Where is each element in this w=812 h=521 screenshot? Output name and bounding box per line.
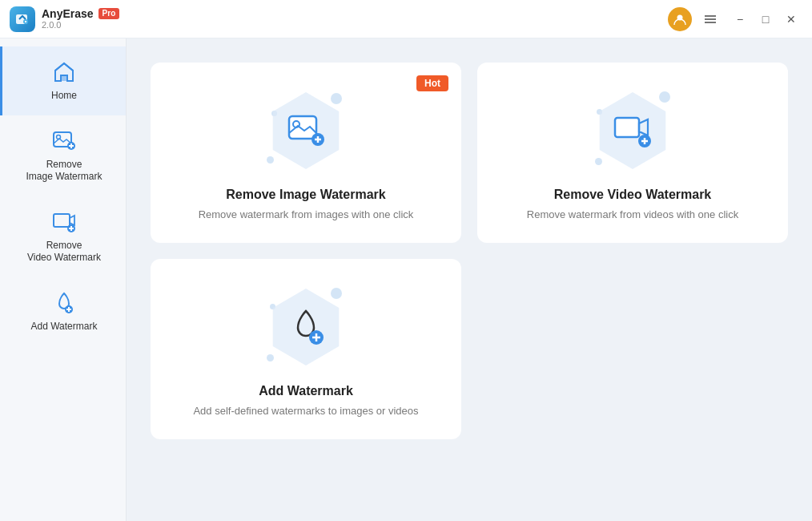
card-title-remove-video: Remove Video Watermark bbox=[554, 188, 712, 202]
avatar-button[interactable] bbox=[668, 7, 692, 31]
main-layout: Home RemoveImage Watermark RemoveVideo W… bbox=[0, 38, 812, 521]
card-remove-video[interactable]: Remove Video Watermark Remove watermark … bbox=[477, 63, 788, 243]
bubble-4 bbox=[659, 91, 670, 103]
minimize-button[interactable]: − bbox=[729, 8, 751, 30]
title-bar: AnyErase Pro 2.0.0 − □ ✕ bbox=[0, 0, 812, 38]
sidebar-remove-video-label: RemoveVideo Watermark bbox=[27, 240, 101, 265]
sidebar: Home RemoveImage Watermark RemoveVideo W… bbox=[0, 38, 127, 521]
add-watermark-icon bbox=[51, 290, 77, 316]
title-bar-left: AnyErase Pro 2.0.0 bbox=[10, 6, 119, 32]
bubble-2 bbox=[267, 156, 274, 164]
bubble-7 bbox=[331, 288, 342, 299]
close-button[interactable]: ✕ bbox=[780, 8, 802, 30]
content-area: Hot Remove Image Watermark bbox=[127, 38, 812, 521]
hamburger-menu-button[interactable] bbox=[700, 9, 721, 30]
card-icon-area-image bbox=[262, 87, 350, 175]
app-name-block: AnyErase Pro 2.0.0 bbox=[42, 7, 119, 31]
remove-video-icon bbox=[51, 209, 77, 235]
home-icon bbox=[51, 59, 77, 85]
card-title-remove-image: Remove Image Watermark bbox=[226, 188, 386, 202]
sidebar-remove-image-label: RemoveImage Watermark bbox=[26, 159, 103, 184]
sidebar-home-label: Home bbox=[51, 90, 77, 103]
window-controls: − □ ✕ bbox=[729, 8, 802, 30]
sidebar-item-home[interactable]: Home bbox=[0, 46, 126, 115]
sidebar-add-watermark-label: Add Watermark bbox=[31, 321, 98, 333]
svg-rect-7 bbox=[62, 76, 66, 81]
card-icon-add-watermark bbox=[286, 307, 326, 347]
svg-rect-11 bbox=[54, 214, 70, 227]
remove-image-icon bbox=[51, 128, 77, 154]
sidebar-item-add-watermark[interactable]: Add Watermark bbox=[0, 277, 126, 346]
cards-grid: Hot Remove Image Watermark bbox=[151, 63, 788, 439]
card-icon-remove-image bbox=[286, 111, 326, 151]
card-title-add-watermark: Add Watermark bbox=[259, 384, 353, 398]
card-icon-area-video bbox=[589, 87, 677, 175]
card-desc-remove-image: Remove watermark from images with one cl… bbox=[199, 208, 414, 220]
svg-rect-14 bbox=[289, 116, 316, 139]
sidebar-item-remove-image[interactable]: RemoveImage Watermark bbox=[0, 115, 126, 196]
bubble-5 bbox=[595, 158, 602, 165]
card-remove-image[interactable]: Hot Remove Image Watermark bbox=[151, 63, 461, 243]
card-icon-area-add bbox=[262, 283, 350, 371]
hot-badge: Hot bbox=[416, 75, 448, 91]
bubble-1 bbox=[331, 93, 342, 104]
maximize-button[interactable]: □ bbox=[754, 8, 777, 30]
pro-badge: Pro bbox=[98, 8, 120, 19]
title-bar-right: − □ ✕ bbox=[668, 7, 802, 31]
app-title: AnyErase bbox=[42, 7, 94, 21]
card-desc-remove-video: Remove watermark from videos with one cl… bbox=[527, 208, 738, 220]
card-icon-remove-video bbox=[613, 111, 653, 151]
app-version: 2.0.0 bbox=[42, 20, 119, 30]
app-icon bbox=[10, 6, 35, 32]
card-desc-add-watermark: Add self-defined watermarks to images or… bbox=[193, 405, 418, 417]
sidebar-item-remove-video[interactable]: RemoveVideo Watermark bbox=[0, 196, 126, 277]
svg-rect-17 bbox=[615, 118, 639, 137]
bubble-8 bbox=[267, 354, 274, 361]
card-add-watermark[interactable]: Add Watermark Add self-defined watermark… bbox=[151, 259, 461, 439]
